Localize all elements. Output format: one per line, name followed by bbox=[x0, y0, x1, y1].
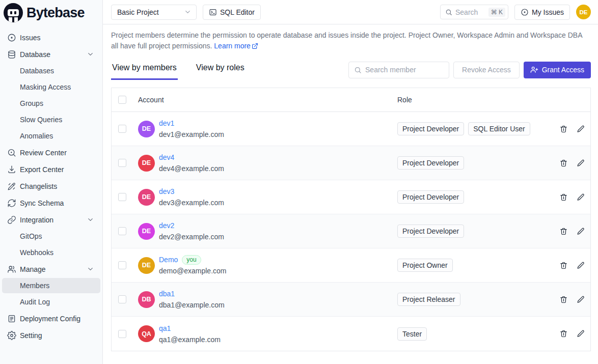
avatar: DE bbox=[138, 189, 155, 206]
sidebar-item-export-center[interactable]: Export Center bbox=[2, 161, 100, 177]
external-link-icon bbox=[252, 42, 258, 52]
download-icon bbox=[7, 165, 16, 174]
sidebar-item-audit-log[interactable]: Audit Log bbox=[2, 294, 100, 310]
learn-more-link[interactable]: Learn more bbox=[214, 42, 251, 50]
tab-view-by-roles[interactable]: View by roles bbox=[195, 60, 246, 80]
member-email: dev1@example.com bbox=[159, 129, 224, 140]
sidebar-item-databases[interactable]: Databases bbox=[2, 63, 100, 78]
member-name-link[interactable]: Demo bbox=[159, 254, 178, 265]
edit-member-button[interactable] bbox=[577, 227, 585, 236]
sidebar-item-label: Review Center bbox=[20, 149, 67, 157]
sidebar-item-label: Changelists bbox=[20, 182, 57, 190]
revoke-access-button[interactable]: Revoke Access bbox=[453, 62, 520, 78]
edit-member-button[interactable] bbox=[577, 295, 585, 304]
avatar: DB bbox=[138, 291, 155, 308]
sidebar-item-label: GitOps bbox=[20, 232, 42, 240]
users-icon bbox=[7, 265, 16, 274]
sidebar-item-manage[interactable]: Manage bbox=[2, 261, 100, 277]
role-chip: Project Developer bbox=[397, 156, 464, 170]
avatar: QA bbox=[138, 325, 155, 342]
table-body: DEdev1dev1@example.comProject DeveloperS… bbox=[112, 112, 590, 351]
sidebar-item-label: Manage bbox=[20, 265, 46, 273]
edit-member-button[interactable] bbox=[577, 193, 585, 202]
project-select[interactable]: Basic Project bbox=[111, 5, 197, 20]
sidebar-item-deployment-config[interactable]: Deployment Config bbox=[2, 311, 100, 326]
main-area: Basic Project SQL Editor Search ⌘ K My I… bbox=[103, 0, 598, 364]
table-row: QAqa1qa1@example.comTester bbox=[112, 317, 590, 351]
column-header-role: Role bbox=[388, 96, 554, 104]
sidebar-item-setting[interactable]: Setting bbox=[2, 327, 100, 343]
bytebase-logo-icon bbox=[4, 3, 23, 22]
sidebar-item-label: Database bbox=[20, 50, 50, 59]
role-chip: Project Releaser bbox=[397, 293, 460, 306]
sidebar-item-label: Deployment Config bbox=[20, 315, 80, 323]
sidebar-item-changelists[interactable]: Changelists bbox=[2, 178, 100, 194]
search-member-input[interactable]: Search member bbox=[348, 62, 449, 78]
row-checkbox[interactable] bbox=[118, 193, 126, 201]
sidebar-item-label: Groups bbox=[20, 99, 43, 107]
description-text: Project members determine the permission… bbox=[111, 31, 582, 50]
search-shortcut-kbd: ⌘ K bbox=[488, 8, 505, 17]
sidebar-item-label: Audit Log bbox=[20, 298, 50, 306]
sidebar-item-groups[interactable]: Groups bbox=[2, 96, 100, 111]
sidebar-item-label: Masking Access bbox=[20, 83, 71, 91]
member-name-link[interactable]: dev4 bbox=[159, 152, 174, 163]
row-checkbox[interactable] bbox=[118, 330, 126, 338]
tab-view-by-members[interactable]: View by members bbox=[111, 60, 178, 80]
sidebar-item-sync-schema[interactable]: Sync Schema bbox=[2, 195, 100, 211]
sidebar-item-integration[interactable]: Integration bbox=[2, 212, 100, 228]
member-email: dba1@example.com bbox=[159, 299, 225, 311]
my-issues-button[interactable]: My Issues bbox=[514, 5, 570, 20]
review-search-icon bbox=[7, 148, 16, 157]
edit-member-button[interactable] bbox=[577, 159, 585, 167]
search-input[interactable]: Search ⌘ K bbox=[440, 5, 508, 19]
app-window: Bytebase IssuesDatabaseDatabasesMasking … bbox=[0, 0, 598, 364]
sidebar-item-review-center[interactable]: Review Center bbox=[2, 145, 100, 160]
sidebar-item-masking-access[interactable]: Masking Access bbox=[2, 79, 100, 95]
sidebar-item-webhooks[interactable]: Webhooks bbox=[2, 245, 100, 260]
sidebar-item-members[interactable]: Members bbox=[2, 278, 100, 293]
member-name-link[interactable]: dba1 bbox=[159, 288, 175, 299]
sidebar-item-slow-queries[interactable]: Slow Queries bbox=[2, 112, 100, 127]
brand-logo[interactable]: Bytebase bbox=[0, 0, 102, 25]
avatar: DE bbox=[138, 155, 155, 172]
column-header-account: Account bbox=[138, 96, 388, 104]
delete-member-button[interactable] bbox=[559, 329, 568, 338]
delete-member-button[interactable] bbox=[559, 295, 568, 304]
member-email: dev3@example.com bbox=[159, 197, 224, 208]
avatar: DE bbox=[138, 121, 155, 137]
table-header: Account Role bbox=[112, 88, 590, 112]
edit-member-button[interactable] bbox=[577, 125, 585, 133]
sql-editor-button[interactable]: SQL Editor bbox=[203, 5, 261, 20]
table-row: DEdev2dev2@example.comProject Developer bbox=[112, 214, 590, 248]
user-avatar[interactable]: DE bbox=[576, 5, 591, 19]
delete-member-button[interactable] bbox=[559, 261, 568, 270]
delete-member-button[interactable] bbox=[559, 125, 568, 133]
row-checkbox[interactable] bbox=[118, 125, 126, 133]
row-checkbox[interactable] bbox=[118, 261, 126, 269]
delete-member-button[interactable] bbox=[559, 227, 568, 236]
search-icon bbox=[354, 66, 362, 74]
member-name-link[interactable]: dev2 bbox=[159, 220, 174, 231]
delete-member-button[interactable] bbox=[559, 159, 568, 167]
member-name-link[interactable]: dev1 bbox=[159, 118, 174, 129]
sidebar-item-anomalies[interactable]: Anomalies bbox=[2, 128, 100, 144]
sidebar-item-issues[interactable]: Issues bbox=[2, 30, 100, 45]
sidebar-item-gitops[interactable]: GitOps bbox=[2, 229, 100, 244]
member-name-link[interactable]: qa1 bbox=[159, 323, 171, 334]
role-chip: Tester bbox=[397, 327, 427, 341]
sidebar-item-database[interactable]: Database bbox=[2, 46, 100, 62]
row-checkbox[interactable] bbox=[118, 159, 126, 167]
grant-access-button[interactable]: Grant Access bbox=[524, 62, 591, 78]
edit-member-button[interactable] bbox=[577, 329, 585, 338]
row-checkbox[interactable] bbox=[118, 295, 126, 303]
member-name-link[interactable]: dev3 bbox=[159, 186, 174, 197]
chevron-down-icon bbox=[184, 8, 192, 16]
sql-editor-label: SQL Editor bbox=[220, 8, 255, 16]
select-all-checkbox[interactable] bbox=[118, 96, 126, 104]
tabs-row: View by members View by roles Search mem… bbox=[111, 59, 591, 80]
user-plus-icon bbox=[530, 66, 538, 74]
row-checkbox[interactable] bbox=[118, 227, 126, 235]
delete-member-button[interactable] bbox=[559, 193, 568, 202]
edit-member-button[interactable] bbox=[577, 261, 585, 270]
